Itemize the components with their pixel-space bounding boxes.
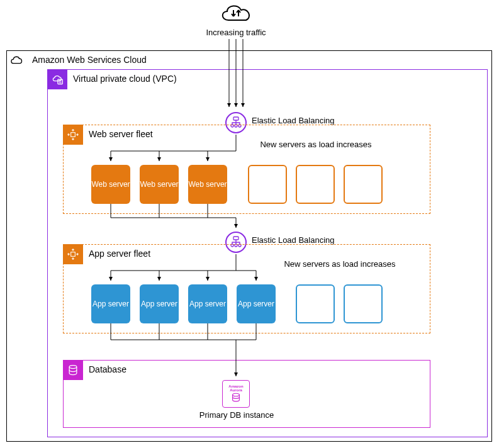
app-new-servers-label: New servers as load increases (277, 259, 403, 269)
aws-cloud-title: Amazon Web Services Cloud (32, 55, 147, 65)
web-server-1: Web server (91, 165, 130, 204)
web-new-servers-label: New servers as load increases (253, 140, 379, 150)
app-server-2: App server (140, 284, 179, 323)
web-server-2: Web server (140, 165, 179, 204)
app-server-placeholder-2 (344, 284, 383, 323)
svg-point-11 (69, 366, 77, 369)
svg-rect-5 (71, 133, 76, 137)
vpc-title: Virtual private cloud (VPC) (73, 74, 177, 84)
web-server-3-label: Web server (188, 180, 227, 189)
app-server-1-label: App server (93, 300, 129, 308)
app-server-4: App server (237, 284, 276, 323)
svg-rect-6 (233, 237, 238, 240)
app-server-1: App server (91, 284, 130, 323)
web-server-placeholder-3 (344, 165, 383, 204)
web-server-2-label: Web server (140, 180, 178, 189)
elb-web-label: Elastic Load Balancing (252, 116, 335, 125)
web-server-placeholder-2 (296, 165, 335, 204)
autoscaling-app-icon (63, 244, 83, 264)
web-server-3: Web server (188, 165, 227, 204)
traffic-cloud-icon (217, 1, 255, 26)
database-title: Database (89, 364, 126, 374)
vpc-icon (47, 69, 67, 89)
web-fleet-title: Web server fleet (89, 129, 153, 139)
traffic-label: Increasing traffic (189, 28, 283, 37)
web-server-1-label: Web server (91, 180, 130, 189)
svg-rect-1 (233, 117, 238, 120)
aws-cloud-icon (6, 50, 26, 70)
svg-rect-10 (71, 252, 76, 257)
app-fleet-title: App server fleet (89, 249, 150, 259)
db-instance-icon: Amazon Aurora (222, 380, 250, 408)
db-instance-label: Primary DB instance (186, 410, 287, 420)
app-server-placeholder-1 (296, 284, 335, 323)
db-instance-small-label: Amazon Aurora (223, 384, 249, 392)
web-server-placeholder-1 (248, 165, 287, 204)
autoscaling-web-icon (63, 125, 83, 145)
app-server-3: App server (188, 284, 227, 323)
app-server-2-label: App server (141, 300, 177, 308)
app-server-4-label: App server (238, 300, 274, 308)
app-server-3-label: App server (189, 300, 226, 308)
svg-point-12 (233, 393, 240, 396)
elb-app-label: Elastic Load Balancing (252, 235, 335, 245)
database-icon (63, 360, 83, 380)
